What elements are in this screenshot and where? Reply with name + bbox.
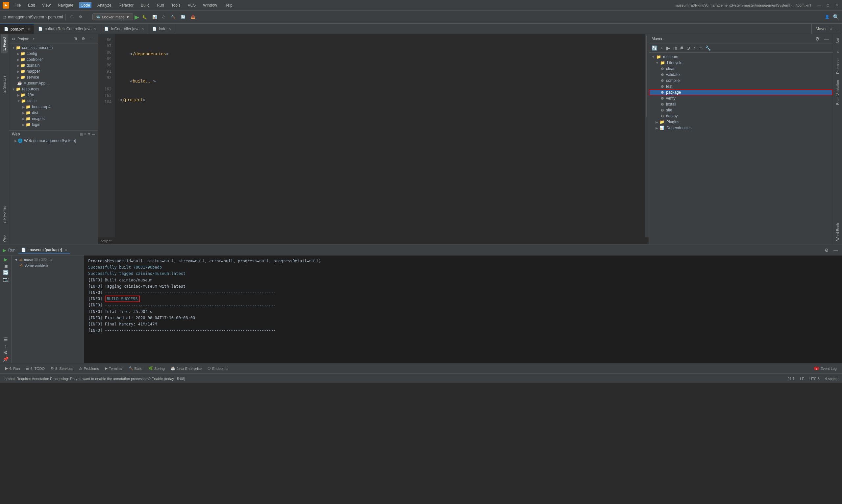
bottom-btn-run[interactable]: ▶ 4: Run <box>3 365 22 372</box>
tree-item-museumapp[interactable]: ☕ MuseumApp... <box>9 80 98 86</box>
right-tab-ant[interactable]: Ant <box>835 36 841 46</box>
maven-m-btn[interactable]: m <box>672 45 679 51</box>
maven-item-site[interactable]: ⚙ site <box>649 107 833 113</box>
tree-item-dist[interactable]: ▶ 📁 dist <box>9 110 98 116</box>
run-icon-8[interactable]: 📌 <box>3 356 8 362</box>
maven-add-btn[interactable]: + <box>659 45 664 51</box>
run-icon-4[interactable]: 📷 <box>3 276 8 282</box>
maven-item-lifecycle[interactable]: ▼ 📁 Lifecycle <box>649 60 833 66</box>
vtab-web[interactable]: Web <box>1 233 7 245</box>
tab-pom-xml[interactable]: 📄 pom.xml ✕ <box>0 24 34 34</box>
maven-refresh-btn[interactable]: 🔄 <box>650 45 659 51</box>
menu-window[interactable]: Window <box>202 2 218 8</box>
run-icon-5[interactable]: ☰ <box>4 337 8 342</box>
maven-item-package[interactable]: ⚙ package <box>649 89 833 95</box>
run-tree-item-museum[interactable]: ▼ ⚠ muse 38 s 200 ms <box>13 257 83 262</box>
maven-item-verify[interactable]: ⚙ verify <box>649 95 833 101</box>
tab-pom-close[interactable]: ✕ <box>27 27 30 31</box>
maven-item-plugins[interactable]: ▶ 📁 Plugins <box>649 119 833 125</box>
web-btn-1[interactable]: ☰ <box>80 132 83 136</box>
right-tab-m[interactable]: m <box>835 47 841 55</box>
menu-help[interactable]: Help <box>223 2 234 8</box>
menu-view[interactable]: View <box>41 2 52 8</box>
tab-cultural-close[interactable]: ✕ <box>93 27 96 31</box>
maximize-button[interactable]: □ <box>825 2 831 8</box>
run-button[interactable]: ▶ <box>135 14 139 21</box>
maven-settings-icon[interactable]: ⚙ <box>829 27 832 31</box>
tab-inde-close[interactable]: ✕ <box>168 27 171 31</box>
web-close-icon[interactable]: — <box>92 132 95 136</box>
run-icon-2[interactable]: ⏹ <box>4 263 8 269</box>
tab-maven[interactable]: Maven ⚙ — <box>811 24 842 34</box>
menu-navigate[interactable]: Navigate <box>57 2 75 8</box>
run-tree-item-problem[interactable]: ⚠ Some problem <box>13 262 83 268</box>
menu-tools[interactable]: Tools <box>170 2 182 8</box>
tab-cultural-relic-controller[interactable]: 📄 culturalRelicController.java ✕ <box>34 24 100 34</box>
maven-run-btn[interactable]: ▶ <box>665 45 671 51</box>
maven-wrench-btn[interactable]: 🔧 <box>704 45 712 51</box>
menu-build[interactable]: Build <box>140 2 151 8</box>
bottom-btn-todo[interactable]: ☰ 6: TODO <box>23 365 47 372</box>
bottom-btn-event-log[interactable]: 2 Event Log <box>811 365 839 372</box>
bottom-btn-java-enterprise[interactable]: ☕ Java Enterprise <box>168 365 204 372</box>
vtab-favorites[interactable]: 2: Favorites <box>1 203 7 226</box>
run-tab-museum-package[interactable]: 📄 museum [package] ✕ <box>18 247 70 253</box>
menu-edit[interactable]: Edit <box>26 2 36 8</box>
right-tab-bean-validation[interactable]: Bean Validation <box>835 77 841 108</box>
debug-button[interactable]: 🐛 <box>140 14 149 20</box>
maven-hash-btn[interactable]: # <box>679 45 684 51</box>
bottom-btn-build[interactable]: 🔨 Build <box>126 365 145 372</box>
sync-button[interactable]: 🔄 <box>179 14 187 20</box>
right-tab-database[interactable]: Database <box>835 56 841 77</box>
run-icon-6[interactable]: ↕ <box>5 343 7 348</box>
menu-analyze[interactable]: Analyze <box>96 2 113 8</box>
search-button[interactable]: 🔍 <box>833 14 839 20</box>
web-btn-2[interactable]: ≡ <box>84 132 86 136</box>
build-project-button[interactable]: 🔨 <box>169 14 178 20</box>
tab-incontroller[interactable]: 📄 InController.java ✕ <box>100 24 148 34</box>
menu-refactor[interactable]: Refactor <box>118 2 135 8</box>
docker-image-selector[interactable]: 🐳 Docker Image ▼ <box>92 14 133 20</box>
menu-run[interactable]: Run <box>156 2 165 8</box>
maven-up-btn[interactable]: ↑ <box>692 45 697 51</box>
run-icon-3[interactable]: 🔄 <box>3 270 8 275</box>
menu-vcs[interactable]: VCS <box>186 2 197 8</box>
tree-item-bootstrap4[interactable]: ▶ 📁 bootstrap4 <box>9 104 98 110</box>
maven-settings-btn[interactable]: ⚙ <box>814 36 821 42</box>
menu-bar[interactable]: File Edit View Navigate Code Analyze Ref… <box>13 2 234 8</box>
close-button[interactable]: ✕ <box>834 2 839 8</box>
run-output[interactable]: ProgressMessage{id=null, status=null, st… <box>84 255 842 363</box>
bottom-btn-terminal[interactable]: ▶ Terminal <box>102 365 125 372</box>
tab-inde[interactable]: 📄 inde ✕ <box>148 24 175 34</box>
bottom-btn-services[interactable]: ⚙ 8: Services <box>48 365 76 372</box>
run-settings-btn[interactable]: ⚙ <box>823 247 830 253</box>
tree-item-web-management[interactable]: ▶ 🌐 Web (in managementSystem) <box>9 138 98 144</box>
commit-button[interactable]: 📤 <box>189 14 197 20</box>
minimize-button[interactable]: — <box>816 2 822 8</box>
scroll-indicator[interactable] <box>645 34 649 237</box>
panel-gear-btn[interactable]: ⊞ <box>72 36 78 42</box>
run-tab-close-icon[interactable]: ✕ <box>65 248 68 252</box>
menu-code[interactable]: Code <box>79 2 91 8</box>
toolbar-btn-1[interactable]: ⬡ <box>68 14 76 20</box>
bottom-btn-spring[interactable]: 🌿 Spring <box>146 365 167 372</box>
avatar-button[interactable]: 👤 <box>823 14 831 20</box>
bottom-btn-problems[interactable]: ⚠ Problems <box>76 365 101 372</box>
run-play-icon[interactable]: ▶ <box>3 248 6 253</box>
coverage-button[interactable]: 📊 <box>150 14 159 20</box>
panel-settings-btn[interactable]: ⚙ <box>80 36 87 42</box>
tree-item-config[interactable]: ▶ 📁 config <box>9 51 98 57</box>
vtab-project[interactable]: 1: Project <box>1 34 7 53</box>
panel-close-btn[interactable]: — <box>88 36 95 42</box>
maven-circle-btn[interactable]: ⊙ <box>685 45 692 51</box>
tree-item-controller[interactable]: ▶ 📁 controller <box>9 57 98 62</box>
window-controls[interactable]: — □ ✕ <box>816 2 839 8</box>
maven-item-clean[interactable]: ⚙ clean <box>649 66 833 72</box>
run-minimize-btn[interactable]: — <box>832 247 839 253</box>
tree-item-mapper[interactable]: ▶ 📁 mapper <box>9 68 98 74</box>
bottom-btn-endpoints[interactable]: ⬡ Endpoints <box>205 365 231 372</box>
tree-item-service[interactable]: ▶ 📁 service <box>9 74 98 80</box>
maven-item-validate[interactable]: ⚙ validate <box>649 72 833 77</box>
vtab-structure[interactable]: 2: Structure <box>1 73 7 95</box>
maven-list-btn[interactable]: ≡ <box>698 45 703 51</box>
